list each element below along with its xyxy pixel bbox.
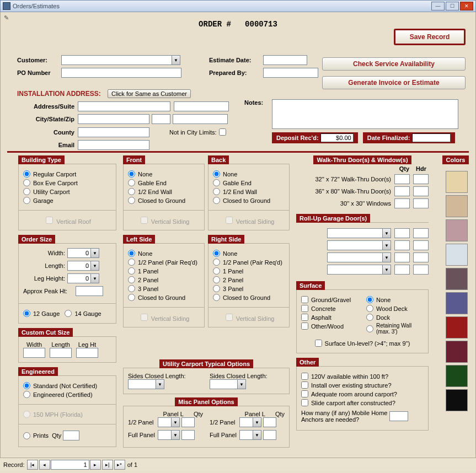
length-input[interactable] xyxy=(67,261,90,271)
color-swatch-7[interactable] xyxy=(446,341,468,363)
surf-other-check[interactable] xyxy=(301,322,308,330)
rollup2-hdr[interactable] xyxy=(413,240,429,250)
surf-none-radio[interactable] xyxy=(366,296,373,303)
surf-dock-radio[interactable] xyxy=(366,314,373,321)
front-half-radio[interactable] xyxy=(128,188,135,195)
walk32-hdr[interactable] xyxy=(413,174,429,184)
nav-next-button[interactable]: ▸ xyxy=(90,460,101,470)
chevron-down-icon[interactable]: ▼ xyxy=(171,417,180,427)
color-swatch-5[interactable] xyxy=(446,292,468,314)
state-input[interactable] xyxy=(152,114,170,124)
rollup1-qty[interactable] xyxy=(394,228,410,238)
cc-width-input[interactable] xyxy=(23,348,45,358)
bt-garage-radio[interactable] xyxy=(23,197,30,204)
front-none-radio[interactable] xyxy=(128,170,135,178)
rollup3-hdr[interactable] xyxy=(413,252,429,262)
bt-boxeve-radio[interactable] xyxy=(23,179,30,186)
po-input[interactable] xyxy=(61,68,181,78)
rollup1-input[interactable] xyxy=(327,228,382,238)
check-availability-button[interactable]: Check Service Availability xyxy=(322,57,466,71)
width-combo[interactable]: ▼ xyxy=(67,248,99,258)
front-closed-radio[interactable] xyxy=(128,197,135,204)
other-slide-check[interactable] xyxy=(301,399,308,406)
hp2-qty[interactable] xyxy=(263,417,276,427)
chevron-down-icon[interactable]: ▼ xyxy=(253,417,261,427)
rollup3-input[interactable] xyxy=(327,252,382,262)
rollup4-combo[interactable]: ▼ xyxy=(327,265,391,275)
date-finalized-input[interactable] xyxy=(412,133,451,142)
surf-unlevel-check[interactable] xyxy=(315,340,322,347)
estimate-date-input[interactable] xyxy=(263,55,307,65)
color-swatch-0[interactable] xyxy=(446,171,468,193)
rollup4-qty[interactable] xyxy=(394,265,410,275)
suite-input[interactable] xyxy=(174,101,229,111)
leg-height-combo[interactable]: ▼ xyxy=(67,273,99,283)
chevron-down-icon[interactable]: ▼ xyxy=(171,430,180,440)
gauge14-radio[interactable] xyxy=(65,310,72,317)
chevron-down-icon[interactable]: ▼ xyxy=(172,55,180,65)
color-swatch-3[interactable] xyxy=(446,244,468,266)
hp2-combo[interactable]: ▼ xyxy=(239,417,261,427)
back-none-radio[interactable] xyxy=(213,170,220,178)
color-swatch-4[interactable] xyxy=(446,268,468,290)
rollup2-combo[interactable]: ▼ xyxy=(327,240,391,250)
rs-half-radio[interactable] xyxy=(213,259,220,266)
rollup3-qty[interactable] xyxy=(394,252,410,262)
save-record-button[interactable]: Save Record xyxy=(394,29,466,45)
scl-right-input[interactable] xyxy=(210,379,237,389)
customer-combo[interactable]: ▼ xyxy=(61,55,180,65)
chevron-down-icon[interactable]: ▼ xyxy=(382,265,391,275)
zip-input[interactable] xyxy=(173,114,228,124)
ls-none-radio[interactable] xyxy=(128,250,135,257)
win30-hdr[interactable] xyxy=(413,198,429,208)
other-120v-check[interactable] xyxy=(301,373,308,380)
address-input[interactable] xyxy=(78,101,170,111)
rs-none-radio[interactable] xyxy=(213,250,220,257)
back-gable-radio[interactable] xyxy=(213,179,220,186)
rollup2-input[interactable] xyxy=(327,240,382,250)
back-half-radio[interactable] xyxy=(213,188,220,195)
anchors-input[interactable] xyxy=(389,411,408,421)
rs-closed-radio[interactable] xyxy=(213,294,220,301)
rollup3-combo[interactable]: ▼ xyxy=(327,252,391,262)
cc-length-input[interactable] xyxy=(50,348,72,358)
fp1-qty[interactable] xyxy=(181,430,195,440)
other-install-check[interactable] xyxy=(301,381,308,389)
width-input[interactable] xyxy=(67,248,90,258)
ls-2p-radio[interactable] xyxy=(128,276,135,283)
bt-regular-radio[interactable] xyxy=(23,170,30,178)
nav-new-button[interactable]: ▸* xyxy=(114,460,125,470)
rollup4-input[interactable] xyxy=(327,265,382,275)
rs-2p-radio[interactable] xyxy=(213,276,220,283)
nav-first-button[interactable]: |◂ xyxy=(27,460,38,470)
close-button[interactable]: ✕ xyxy=(460,2,473,10)
record-pos-input[interactable] xyxy=(51,460,89,470)
color-swatch-2[interactable] xyxy=(446,219,468,241)
hp1-combo[interactable]: ▼ xyxy=(158,417,180,427)
nav-last-button[interactable]: ▸| xyxy=(102,460,113,470)
maximize-button[interactable]: ☐ xyxy=(446,2,459,10)
ls-closed-radio[interactable] xyxy=(128,294,135,301)
hp1-qty[interactable] xyxy=(181,417,195,427)
scl-left-input[interactable] xyxy=(128,379,156,389)
city-input[interactable] xyxy=(78,114,149,124)
gauge12-radio[interactable] xyxy=(23,310,30,317)
surf-concrete-check[interactable] xyxy=(301,305,308,312)
length-combo[interactable]: ▼ xyxy=(67,261,99,271)
prints-radio[interactable] xyxy=(23,432,30,439)
email-input[interactable] xyxy=(78,140,149,150)
leg-height-input[interactable] xyxy=(67,273,90,283)
scl-left-combo[interactable]: ▼ xyxy=(128,379,164,389)
surf-ground-check[interactable] xyxy=(301,296,308,303)
chevron-down-icon[interactable]: ▼ xyxy=(382,252,391,262)
notes-textarea[interactable] xyxy=(272,99,458,129)
hp2-input[interactable] xyxy=(239,417,253,427)
same-as-customer-button[interactable]: Click for Same as Customer xyxy=(108,89,191,98)
deposit-input[interactable] xyxy=(320,133,354,142)
chevron-down-icon[interactable]: ▼ xyxy=(253,430,261,440)
fp1-combo[interactable]: ▼ xyxy=(158,430,180,440)
win30-qty[interactable] xyxy=(394,198,410,208)
other-adequate-check[interactable] xyxy=(301,390,308,397)
rollup4-hdr[interactable] xyxy=(413,265,429,275)
generate-invoice-button[interactable]: Generate Invoice or Estimate xyxy=(322,76,466,89)
